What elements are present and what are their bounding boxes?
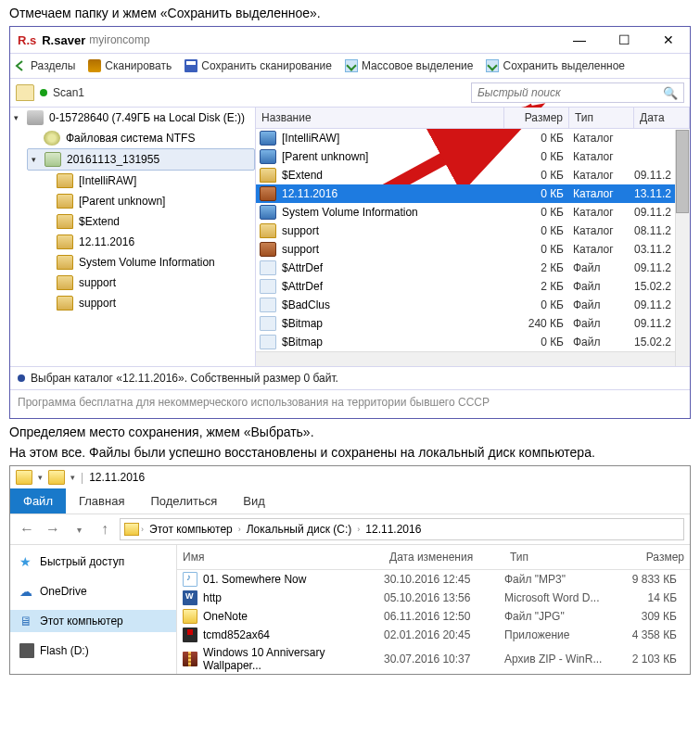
file-icon <box>183 572 197 587</box>
folder-icon <box>57 214 73 229</box>
tree-child[interactable]: support <box>10 293 255 313</box>
tab-home[interactable]: Главная <box>66 488 137 513</box>
nav-back-button[interactable]: ← <box>16 518 38 540</box>
nav-history-button[interactable]: ▾ <box>68 518 90 540</box>
list-row[interactable]: $Bitmap0 КБФайл15.02.2 <box>256 333 690 351</box>
breadcrumb-seg[interactable]: Этот компьютер <box>146 523 236 536</box>
app-subtitle: myironcomp <box>89 33 149 46</box>
col-size[interactable]: Размер <box>504 108 569 128</box>
breadcrumb[interactable]: › Этот компьютер › Локальный диск (C:) ›… <box>120 518 684 540</box>
close-button[interactable]: ✕ <box>655 32 682 47</box>
save-selected-button[interactable]: Сохранить выделенное <box>486 59 625 72</box>
list-row[interactable]: [Parent unknown]0 КБКаталог <box>256 147 690 166</box>
tree-child[interactable]: [IntelliRAW] <box>10 171 255 191</box>
tab-file[interactable]: Файл <box>10 488 66 513</box>
list-row[interactable]: $AttrDef2 КБФайл09.11.2 <box>256 259 690 277</box>
sidebar-onedrive[interactable]: ☁ OneDrive <box>10 580 176 602</box>
mass-select-icon <box>345 59 358 72</box>
search-icon[interactable]: 🔍 <box>657 86 683 100</box>
tree-child[interactable]: support <box>10 273 255 293</box>
file-icon <box>260 205 276 220</box>
explorer-row[interactable]: http05.10.2016 13:56Microsoft Word D...1… <box>177 589 690 607</box>
ntfs-icon <box>44 131 60 146</box>
list-header: Название Размер Тип Дата <box>256 108 690 129</box>
file-icon <box>260 316 276 331</box>
star-icon: ★ <box>19 554 34 569</box>
tree-selected-folder[interactable]: ▾ 20161113_131955 <box>27 148 255 171</box>
explorer-row[interactable]: tcmd852ax6402.01.2016 20:45Приложение4 3… <box>177 626 690 644</box>
file-icon <box>260 335 276 349</box>
mass-select-button[interactable]: Массовое выделение <box>345 59 474 72</box>
explorer-window: ▾ ▾ | 12.11.2016 Файл Главная Поделиться… <box>9 465 691 675</box>
col-name[interactable]: Имя <box>177 545 384 569</box>
cloud-icon: ☁ <box>19 584 34 599</box>
main-split: ▾ 0-15728640 (7.49ГБ на Local Disk (E:))… <box>10 108 690 367</box>
explorer-navbar: ← → ▾ ↑ › Этот компьютер › Локальный дис… <box>10 514 690 545</box>
list-row[interactable]: $Bitmap240 КБФайл09.11.2 <box>256 314 690 333</box>
file-icon <box>260 242 276 257</box>
explorer-body: ★ Быстрый доступ ☁ OneDrive 🖥 Этот компь… <box>10 545 690 674</box>
sidebar-quick-access[interactable]: ★ Быстрый доступ <box>10 551 176 573</box>
explorer-row[interactable]: 01. Somewhere Now30.10.2016 12:45Файл "M… <box>177 570 690 589</box>
article-line-1: Отмечаем папку и жмем «Сохранить выделен… <box>9 6 691 20</box>
list-row[interactable]: $AttrDef2 КБФайл15.02.2 <box>256 277 690 296</box>
sidebar-flash[interactable]: Flash (D:) <box>10 640 176 662</box>
tree-child[interactable]: 12.11.2016 <box>10 232 255 252</box>
list-row[interactable]: [IntelliRAW]0 КБКаталог <box>256 129 690 147</box>
sidebar-this-pc[interactable]: 🖥 Этот компьютер <box>10 610 176 632</box>
list-row[interactable]: $Extend0 КБКаталог09.11.2 <box>256 166 690 184</box>
col-date[interactable]: Дата изменения <box>384 545 504 569</box>
sections-button[interactable]: Разделы <box>14 59 75 72</box>
explorer-row[interactable]: Windows 10 Anniversary Wallpaper...30.07… <box>177 644 690 674</box>
list-row[interactable]: support0 КБКаталог08.11.2 <box>256 222 690 240</box>
tree-root[interactable]: ▾ 0-15728640 (7.49ГБ на Local Disk (E:)) <box>10 108 255 128</box>
folder-icon <box>124 523 139 536</box>
scan-icon <box>88 59 101 72</box>
file-icon <box>260 298 276 312</box>
minimize-button[interactable]: — <box>566 32 593 47</box>
search-box: 🔍 <box>471 82 684 103</box>
footnote: Программа бесплатна для некоммерческого … <box>10 390 690 418</box>
search-input[interactable] <box>472 86 657 99</box>
list-row[interactable]: support0 КБКаталог03.11.2 <box>256 240 690 259</box>
folder-icon <box>57 296 73 311</box>
tree-ntfs[interactable]: Файловая система NTFS <box>10 128 255 148</box>
file-icon <box>260 131 276 146</box>
maximize-button[interactable]: ☐ <box>610 32 638 47</box>
tree-child[interactable]: [Parent unknown] <box>10 191 255 211</box>
tab-share[interactable]: Поделиться <box>137 488 230 513</box>
tree-child[interactable]: $Extend <box>10 211 255 232</box>
file-icon <box>260 149 276 164</box>
app-title: R.saver <box>42 33 85 47</box>
list-row[interactable]: $BadClus0 КБФайл09.11.2 <box>256 296 690 314</box>
folder-icon <box>57 194 73 209</box>
save-scan-button[interactable]: Сохранить сканирование <box>185 59 332 72</box>
list-row[interactable]: 12.11.20160 КБКаталог13.11.2 <box>256 184 690 203</box>
file-icon <box>260 186 276 201</box>
col-type[interactable]: Тип <box>569 108 634 128</box>
file-icon <box>260 223 276 238</box>
breadcrumb-seg[interactable]: Локальный диск (C:) <box>243 523 356 536</box>
col-type[interactable]: Тип <box>504 545 616 569</box>
vertical-scrollbar[interactable] <box>675 130 690 366</box>
up-folder-icon[interactable] <box>16 84 34 101</box>
scan-button[interactable]: Сканировать <box>88 59 172 72</box>
col-name[interactable]: Название <box>256 108 504 128</box>
nav-up-button[interactable]: ↑ <box>94 518 116 540</box>
list-row[interactable]: System Volume Information0 КБКаталог09.1… <box>256 203 690 222</box>
nav-forward-button[interactable]: → <box>42 518 64 540</box>
horizontal-scrollbar[interactable] <box>256 351 690 366</box>
file-icon <box>183 652 197 666</box>
explorer-header: Имя Дата изменения Тип Размер <box>177 545 690 570</box>
tree-child[interactable]: System Volume Information <box>10 252 255 273</box>
tab-view[interactable]: Вид <box>230 488 278 513</box>
col-size[interactable]: Размер <box>616 545 690 569</box>
folder-icon <box>57 255 73 270</box>
file-icon <box>260 260 276 275</box>
folder-icon <box>16 470 32 485</box>
explorer-row[interactable]: OneNote06.11.2016 12:50Файл "JPG"309 КБ <box>177 607 690 626</box>
toolbar: Разделы Сканировать Сохранить сканирован… <box>10 53 690 79</box>
col-date[interactable]: Дата <box>634 108 690 128</box>
breadcrumb-seg[interactable]: 12.11.2016 <box>362 523 425 536</box>
status-dot-icon <box>18 374 25 382</box>
